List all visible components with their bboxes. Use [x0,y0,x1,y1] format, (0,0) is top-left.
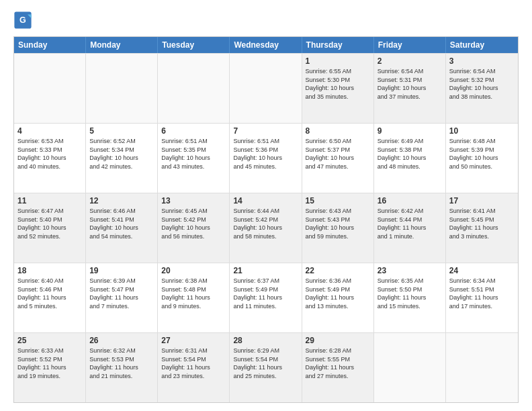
day-number: 14 [233,196,298,205]
svg-text:G: G [19,15,26,25]
cell-info: Sunrise: 6:48 AMSunset: 5:39 PMDaylight:… [449,137,515,171]
cell-info: Sunrise: 6:51 AMSunset: 5:36 PMDaylight:… [233,137,298,171]
day-number: 23 [378,266,442,275]
day-number: 6 [161,126,226,136]
cell-info: Sunrise: 6:29 AMSunset: 5:54 PMDaylight:… [233,347,298,380]
calendar-cell [86,54,158,123]
logo: G [13,11,34,30]
cell-info: Sunrise: 6:31 AMSunset: 5:54 PMDaylight:… [161,347,226,380]
day-number: 29 [306,336,370,345]
cell-info: Sunrise: 6:42 AMSunset: 5:44 PMDaylight:… [378,207,442,240]
cell-info: Sunrise: 6:43 AMSunset: 5:43 PMDaylight:… [306,207,370,240]
calendar-cell: 1Sunrise: 6:55 AMSunset: 5:30 PMDaylight… [302,54,374,123]
logo-icon: G [13,11,32,30]
cell-info: Sunrise: 6:54 AMSunset: 5:32 PMDaylight:… [449,67,515,101]
cell-info: Sunrise: 6:46 AMSunset: 5:41 PMDaylight:… [89,207,154,240]
calendar-row: 4Sunrise: 6:53 AMSunset: 5:33 PMDaylight… [14,123,518,193]
calendar-cell: 13Sunrise: 6:45 AMSunset: 5:42 PMDayligh… [158,193,230,263]
calendar-cell: 11Sunrise: 6:47 AMSunset: 5:40 PMDayligh… [14,193,86,263]
cell-info: Sunrise: 6:55 AMSunset: 5:30 PMDaylight:… [306,67,370,101]
calendar-cell: 2Sunrise: 6:54 AMSunset: 5:31 PMDaylight… [374,54,446,123]
day-number: 5 [89,126,154,136]
calendar-cell: 22Sunrise: 6:36 AMSunset: 5:49 PMDayligh… [302,263,374,332]
calendar-cell: 26Sunrise: 6:32 AMSunset: 5:53 PMDayligh… [86,333,158,402]
calendar: SundayMondayTuesdayWednesdayThursdayFrid… [13,36,519,403]
calendar-cell: 17Sunrise: 6:41 AMSunset: 5:45 PMDayligh… [446,193,518,263]
cell-info: Sunrise: 6:36 AMSunset: 5:49 PMDaylight:… [306,277,370,310]
cal-header-cell: Friday [374,37,446,53]
calendar-cell: 16Sunrise: 6:42 AMSunset: 5:44 PMDayligh… [374,193,446,263]
cell-info: Sunrise: 6:44 AMSunset: 5:42 PMDaylight:… [233,207,298,240]
calendar-cell: 20Sunrise: 6:38 AMSunset: 5:48 PMDayligh… [158,263,230,332]
day-number: 2 [378,56,442,66]
cell-info: Sunrise: 6:40 AMSunset: 5:46 PMDaylight:… [17,277,82,310]
cell-info: Sunrise: 6:52 AMSunset: 5:34 PMDaylight:… [89,137,154,171]
calendar-cell: 23Sunrise: 6:35 AMSunset: 5:50 PMDayligh… [374,263,446,332]
calendar-cell: 7Sunrise: 6:51 AMSunset: 5:36 PMDaylight… [230,124,302,193]
day-number: 3 [449,56,515,66]
day-number: 7 [233,126,298,136]
calendar-cell [14,54,86,123]
cal-header-cell: Monday [86,37,158,53]
cal-header-cell: Wednesday [230,37,302,53]
cell-info: Sunrise: 6:49 AMSunset: 5:38 PMDaylight:… [378,137,442,171]
day-number: 10 [449,126,515,136]
calendar-cell: 12Sunrise: 6:46 AMSunset: 5:41 PMDayligh… [86,193,158,263]
calendar-cell: 3Sunrise: 6:54 AMSunset: 5:32 PMDaylight… [446,54,518,123]
calendar-cell: 10Sunrise: 6:48 AMSunset: 5:39 PMDayligh… [446,124,518,193]
calendar-cell: 19Sunrise: 6:39 AMSunset: 5:47 PMDayligh… [86,263,158,332]
calendar-cell: 4Sunrise: 6:53 AMSunset: 5:33 PMDaylight… [14,124,86,193]
day-number: 18 [17,266,82,275]
calendar-cell [230,54,302,123]
cal-header-cell: Tuesday [158,37,230,53]
calendar-cell: 14Sunrise: 6:44 AMSunset: 5:42 PMDayligh… [230,193,302,263]
cell-info: Sunrise: 6:35 AMSunset: 5:50 PMDaylight:… [378,277,442,310]
calendar-cell [158,54,230,123]
cell-info: Sunrise: 6:37 AMSunset: 5:49 PMDaylight:… [233,277,298,310]
cell-info: Sunrise: 6:41 AMSunset: 5:45 PMDaylight:… [449,207,515,240]
header: G [13,11,519,30]
day-number: 28 [233,336,298,345]
calendar-cell: 5Sunrise: 6:52 AMSunset: 5:34 PMDaylight… [86,124,158,193]
calendar-cell: 25Sunrise: 6:33 AMSunset: 5:52 PMDayligh… [14,333,86,402]
calendar-cell: 24Sunrise: 6:34 AMSunset: 5:51 PMDayligh… [446,263,518,332]
calendar-row: 25Sunrise: 6:33 AMSunset: 5:52 PMDayligh… [14,332,518,402]
calendar-row: 18Sunrise: 6:40 AMSunset: 5:46 PMDayligh… [14,263,518,332]
day-number: 22 [306,266,370,275]
cell-info: Sunrise: 6:53 AMSunset: 5:33 PMDaylight:… [17,137,82,171]
day-number: 13 [161,196,226,205]
calendar-cell: 27Sunrise: 6:31 AMSunset: 5:54 PMDayligh… [158,333,230,402]
day-number: 20 [161,266,226,275]
calendar-cell: 21Sunrise: 6:37 AMSunset: 5:49 PMDayligh… [230,263,302,332]
cell-info: Sunrise: 6:45 AMSunset: 5:42 PMDaylight:… [161,207,226,240]
cell-info: Sunrise: 6:47 AMSunset: 5:40 PMDaylight:… [17,207,82,240]
day-number: 24 [449,266,515,275]
calendar-cell [446,333,518,402]
day-number: 15 [306,196,370,205]
calendar-cell: 28Sunrise: 6:29 AMSunset: 5:54 PMDayligh… [230,333,302,402]
calendar-body: 1Sunrise: 6:55 AMSunset: 5:30 PMDaylight… [14,53,518,402]
calendar-cell: 18Sunrise: 6:40 AMSunset: 5:46 PMDayligh… [14,263,86,332]
calendar-cell: 15Sunrise: 6:43 AMSunset: 5:43 PMDayligh… [302,193,374,263]
cell-info: Sunrise: 6:33 AMSunset: 5:52 PMDaylight:… [17,347,82,380]
calendar-cell: 8Sunrise: 6:50 AMSunset: 5:37 PMDaylight… [302,124,374,193]
calendar-header-row: SundayMondayTuesdayWednesdayThursdayFrid… [14,37,518,53]
cell-info: Sunrise: 6:28 AMSunset: 5:55 PMDaylight:… [306,347,370,380]
cal-header-cell: Sunday [14,37,86,53]
day-number: 1 [306,56,370,66]
day-number: 12 [89,196,154,205]
day-number: 19 [89,266,154,275]
cell-info: Sunrise: 6:39 AMSunset: 5:47 PMDaylight:… [89,277,154,310]
calendar-cell [374,333,446,402]
calendar-cell: 6Sunrise: 6:51 AMSunset: 5:35 PMDaylight… [158,124,230,193]
cell-info: Sunrise: 6:34 AMSunset: 5:51 PMDaylight:… [449,277,515,310]
day-number: 17 [449,196,515,205]
day-number: 27 [161,336,226,345]
day-number: 16 [378,196,442,205]
cell-info: Sunrise: 6:51 AMSunset: 5:35 PMDaylight:… [161,137,226,171]
cell-info: Sunrise: 6:32 AMSunset: 5:53 PMDaylight:… [89,347,154,380]
cell-info: Sunrise: 6:54 AMSunset: 5:31 PMDaylight:… [378,67,442,101]
day-number: 21 [233,266,298,275]
page: G SundayMondayTuesdayWednesdayThursdayFr… [0,0,532,411]
day-number: 8 [306,126,370,136]
